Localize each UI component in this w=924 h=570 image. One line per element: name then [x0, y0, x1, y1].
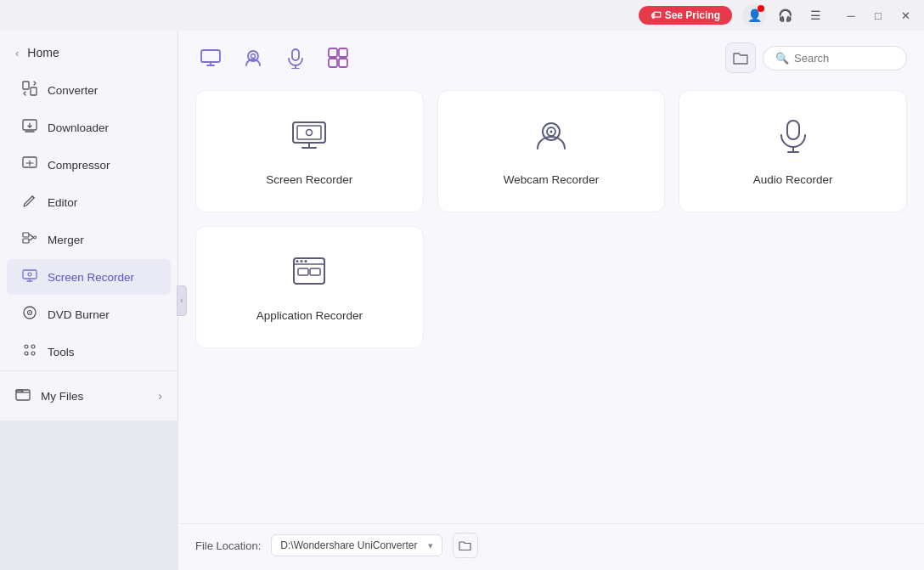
sidebar-item-compressor[interactable]: Compressor	[7, 147, 171, 183]
svg-point-13	[25, 345, 28, 348]
app-body: ‹ Home Converter	[0, 31, 924, 570]
chevron-down-icon: ▾	[428, 540, 433, 551]
see-pricing-button[interactable]: 🏷 See Pricing	[639, 6, 732, 25]
toolbar-tab-webcam[interactable]	[238, 42, 268, 73]
svg-point-16	[31, 352, 35, 355]
converter-icon	[22, 81, 37, 99]
file-location-path: D:\Wondershare UniConverter	[280, 539, 417, 551]
search-box: 🔍	[763, 46, 907, 71]
svg-rect-24	[329, 48, 337, 57]
cards-row1: Screen Recorder Webcam Recorder	[195, 90, 907, 212]
sidebar-bottom: My Files ›	[0, 370, 177, 414]
webcam-recorder-card-icon	[532, 116, 570, 161]
editor-icon	[22, 193, 37, 212]
dvd-burner-label: DVD Burner	[48, 308, 110, 321]
svg-rect-18	[201, 50, 220, 62]
svg-point-7	[34, 236, 37, 239]
sidebar-home[interactable]: ‹ Home	[0, 37, 177, 68]
screen-recorder-label: Screen Recorder	[48, 271, 134, 284]
svg-point-30	[307, 130, 313, 136]
svg-point-41	[296, 260, 299, 262]
tools-icon	[22, 342, 37, 361]
sidebar-item-screen-recorder[interactable]: Screen Recorder	[7, 259, 171, 295]
title-bar-icons: 👤 🎧 ☰	[742, 3, 827, 27]
svg-point-9	[28, 273, 31, 276]
minimize-button[interactable]: ─	[839, 3, 863, 27]
title-bar: 🏷 See Pricing 👤 🎧 ☰ ─ □ ✕	[0, 0, 924, 31]
svg-point-42	[301, 260, 303, 262]
svg-point-20	[251, 54, 256, 59]
maximize-button[interactable]: □	[866, 3, 890, 27]
chevron-left-icon: ‹	[15, 47, 19, 59]
home-label: Home	[27, 46, 59, 59]
svg-rect-26	[329, 59, 337, 67]
svg-rect-6	[23, 239, 29, 243]
merger-label: Merger	[48, 234, 84, 246]
merger-icon	[22, 230, 37, 249]
toolbar-folder-button[interactable]	[725, 42, 756, 73]
toolbar: 🔍	[178, 31, 924, 82]
screen-recorder-card-icon	[290, 116, 328, 161]
see-pricing-label: See Pricing	[665, 9, 720, 21]
toolbar-tab-more[interactable]	[323, 42, 353, 73]
sidebar-item-dvd-burner[interactable]: DVD Burner	[7, 296, 171, 332]
svg-rect-0	[23, 82, 29, 89]
svg-rect-25	[339, 48, 347, 57]
svg-rect-39	[298, 268, 308, 275]
notification-badge	[758, 5, 764, 12]
search-input[interactable]	[794, 52, 896, 65]
svg-rect-1	[31, 87, 37, 95]
folder-open-button[interactable]	[453, 533, 478, 558]
svg-rect-21	[292, 49, 299, 60]
audio-recorder-card-label: Audio Recorder	[753, 173, 833, 186]
sidebar: ‹ Home Converter	[0, 31, 178, 420]
toolbar-tabs	[195, 42, 353, 73]
file-location-select[interactable]: D:\Wondershare UniConverter ▾	[271, 534, 442, 556]
downloader-label: Downloader	[48, 121, 109, 134]
webcam-recorder-card[interactable]: Webcam Recorder	[437, 90, 666, 212]
my-files-left: My Files	[15, 387, 83, 405]
my-files-chevron: ›	[158, 389, 162, 403]
audio-recorder-card-icon	[775, 116, 812, 161]
audio-recorder-card[interactable]: Audio Recorder	[679, 90, 907, 212]
compressor-icon	[22, 155, 37, 174]
sidebar-item-editor[interactable]: Editor	[7, 184, 171, 220]
sidebar-collapse-button[interactable]: ‹	[177, 285, 187, 316]
main-content: 🔍 Screen Rec	[178, 31, 924, 570]
sidebar-my-files[interactable]: My Files ›	[0, 378, 177, 414]
toolbar-right: 🔍	[725, 42, 907, 73]
toolbar-tab-screen[interactable]	[195, 42, 226, 73]
search-icon: 🔍	[775, 52, 789, 65]
tools-label: Tools	[48, 346, 75, 358]
screen-recorder-card-label: Screen Recorder	[266, 173, 352, 186]
svg-rect-27	[339, 59, 347, 67]
svg-point-43	[305, 260, 307, 262]
application-recorder-card[interactable]: Application Recorder	[195, 226, 424, 348]
cards-row2: Application Recorder	[195, 226, 907, 348]
svg-rect-40	[310, 268, 320, 275]
window-controls: ─ □ ✕	[839, 3, 917, 27]
sidebar-item-converter[interactable]: Converter	[7, 72, 171, 108]
support-icon[interactable]: 🎧	[773, 3, 797, 27]
svg-point-12	[29, 312, 31, 313]
sidebar-item-merger[interactable]: Merger	[7, 222, 171, 257]
close-button[interactable]: ✕	[893, 3, 917, 27]
downloader-icon	[22, 118, 37, 137]
avatar-icon[interactable]: 👤	[742, 3, 766, 27]
menu-icon[interactable]: ☰	[803, 3, 827, 27]
webcam-recorder-card-label: Webcam Recorder	[504, 173, 599, 186]
svg-point-14	[31, 345, 35, 348]
svg-rect-8	[23, 270, 37, 279]
application-recorder-card-icon	[290, 252, 328, 297]
my-files-label: My Files	[41, 390, 83, 403]
svg-rect-29	[297, 126, 321, 139]
sidebar-item-downloader[interactable]: Downloader	[7, 110, 171, 145]
compressor-label: Compressor	[48, 159, 110, 172]
cards-area: Screen Recorder Webcam Recorder	[178, 82, 924, 523]
sidebar-item-tools[interactable]: Tools	[7, 334, 171, 370]
toolbar-tab-audio[interactable]	[280, 42, 311, 73]
screen-recorder-card[interactable]: Screen Recorder	[195, 90, 424, 212]
file-location-label: File Location:	[195, 539, 261, 552]
editor-label: Editor	[48, 196, 77, 209]
svg-point-15	[25, 352, 28, 355]
